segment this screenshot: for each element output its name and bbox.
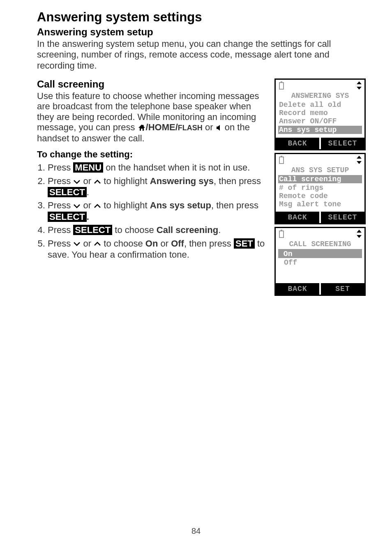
text: or — [158, 238, 171, 249]
updown-arrows-icon — [356, 156, 362, 166]
lcd3-selected-line: On — [278, 249, 362, 258]
step-4: Press SELECT to choose Call screening. — [48, 225, 267, 235]
lcd1-softkey-select: SELECT — [321, 138, 364, 149]
select-button-label: SELECT — [73, 225, 112, 235]
lcd2-softkey-select: SELECT — [321, 212, 364, 223]
lcd2-softkey-back: BACK — [276, 212, 321, 223]
text: or — [81, 238, 94, 249]
text: or — [203, 122, 216, 132]
text: or — [81, 176, 94, 186]
lcd2-line: Msg alert tone — [277, 200, 363, 208]
lcd2-line: Remote code — [277, 192, 363, 200]
lcd1-title: ANSWERING SYS — [277, 92, 363, 100]
lcd1-line: Answer ON/OFF — [277, 117, 363, 125]
text: to choose — [112, 225, 157, 235]
text: to highlight — [101, 200, 150, 210]
highlight-target: Ans sys setup — [150, 200, 211, 210]
step-2: Press or to highlight Answering sys, the… — [48, 176, 267, 198]
check-icon — [279, 250, 284, 258]
set-button-label: SET — [234, 238, 255, 249]
down-chevron-icon — [73, 238, 81, 249]
to-change-heading: To change the setting: — [37, 149, 267, 160]
text: or — [81, 200, 94, 210]
select-button-label: SELECT — [48, 212, 87, 222]
lcd2-title: ANS SYS SETUP — [277, 166, 363, 174]
lcd-screen-1: ANSWERING SYS Delete all old Record memo… — [274, 78, 366, 150]
battery-icon — [278, 230, 285, 240]
menu-button-label: MENU — [73, 162, 103, 173]
down-chevron-icon — [73, 201, 81, 211]
svg-rect-3 — [279, 157, 284, 164]
text: on the handset when it is not in use. — [103, 162, 250, 173]
highlight-target: Call screening — [157, 225, 218, 235]
home-flash-label: /HOME/ — [146, 122, 178, 132]
lcd1-line: Delete all old — [277, 101, 363, 109]
section-subheading: Answering system setup — [37, 26, 366, 38]
text: to choose — [101, 238, 145, 249]
select-button-label: SELECT — [48, 187, 87, 197]
text: , then press — [211, 200, 258, 210]
lcd-screen-2: ANS SYS SETUP Call screening # of rings … — [274, 153, 366, 224]
up-chevron-icon — [94, 176, 101, 187]
option-off: Off — [171, 238, 184, 249]
lcd3-title: CALL SCREENING — [277, 240, 363, 248]
call-screening-paragraph: Use this feature to choose whether incom… — [37, 91, 267, 143]
step-3: Press or to highlight Ans sys setup, the… — [48, 200, 267, 222]
text: Press — [48, 225, 73, 235]
updown-arrows-icon — [356, 81, 362, 92]
text: On — [284, 250, 293, 258]
lcd3-softkey-set: SET — [321, 283, 364, 295]
text: Press — [48, 176, 73, 186]
text: , then press — [184, 238, 234, 249]
option-on: On — [145, 238, 158, 249]
svg-rect-0 — [143, 125, 144, 127]
step-1: Press MENU on the handset when it is not… — [48, 162, 267, 173]
text: . — [87, 212, 89, 222]
up-chevron-icon — [94, 201, 101, 211]
call-screening-heading: Call screening — [37, 78, 267, 90]
lcd3-softkey-back: BACK — [276, 283, 321, 295]
text: Press — [48, 162, 73, 173]
lcd3-line: Off — [277, 258, 363, 267]
battery-icon — [278, 156, 285, 166]
svg-rect-2 — [281, 81, 282, 83]
steps-list: Press MENU on the handset when it is not… — [37, 162, 267, 260]
text: Press — [48, 200, 73, 210]
svg-rect-5 — [279, 231, 284, 238]
down-chevron-icon — [73, 176, 81, 187]
text: to highlight — [101, 176, 150, 186]
text: , then press — [214, 176, 261, 186]
home-icon — [138, 123, 146, 133]
text: Press — [48, 238, 73, 249]
lcd2-line: # of rings — [277, 184, 363, 192]
page-title: Answering system settings — [37, 10, 366, 25]
lcd1-line: Record memo — [277, 109, 363, 117]
lcd-screen-3: CALL SCREENING On Off BACK SET — [274, 227, 366, 296]
page-number: 84 — [0, 526, 392, 536]
text: . — [218, 225, 221, 235]
svg-rect-1 — [279, 83, 284, 89]
text: . — [87, 187, 89, 197]
highlight-target: Answering sys — [150, 176, 214, 186]
svg-rect-6 — [281, 230, 282, 231]
lcd1-softkey-back: BACK — [276, 138, 321, 149]
up-chevron-icon — [94, 238, 101, 249]
lcd1-selected-line: Ans sys setup — [278, 126, 362, 134]
svg-rect-4 — [281, 156, 282, 157]
speaker-icon — [216, 123, 222, 133]
flash-small-caps: FLASH — [178, 124, 203, 132]
updown-arrows-icon — [356, 230, 362, 240]
lcd2-selected-line: Call screening — [278, 175, 362, 183]
intro-paragraph: In the answering system setup menu, you … — [37, 39, 366, 71]
step-5: Press or to choose On or Off, then press… — [48, 238, 267, 261]
battery-icon — [278, 81, 285, 92]
